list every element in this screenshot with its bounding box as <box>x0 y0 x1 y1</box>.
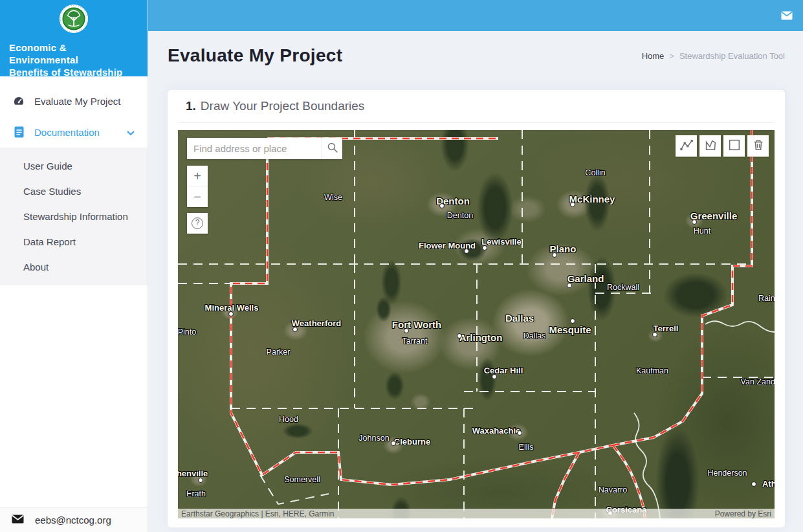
step-header: 1.Draw Your Project Boundaries <box>178 90 775 123</box>
main-area: Evaluate My Project Home > Stewardship E… <box>148 0 803 532</box>
document-icon <box>13 126 25 138</box>
help-button[interactable]: ? <box>187 213 208 234</box>
draw-rectangle-button[interactable] <box>723 135 745 157</box>
trash-icon <box>751 138 765 154</box>
sidebar: Economic & Environmental Benefits of Ste… <box>0 0 148 532</box>
draw-polygon-button[interactable] <box>699 135 721 157</box>
step-number: 1. <box>186 99 196 113</box>
draw-toolbar <box>676 135 769 157</box>
brand-title: Economic & Environmental Benefits of Ste… <box>9 41 138 78</box>
search-input[interactable] <box>187 138 322 159</box>
contact-email-link[interactable]: eebs@nctcog.org <box>35 515 111 526</box>
search-button[interactable] <box>322 138 342 159</box>
map-search <box>187 138 342 159</box>
sidebar-item-case-studies[interactable]: Case Studies <box>0 179 148 204</box>
breadcrumb-home-link[interactable]: Home <box>642 51 665 61</box>
step-title: Draw Your Project Boundaries <box>201 99 364 113</box>
sidebar-item-documentation[interactable]: Documentation <box>0 116 148 148</box>
envelope-icon <box>12 515 24 526</box>
attribution-powered-by: Powered by Esri <box>715 509 771 518</box>
documentation-submenu: User Guide Case Studies Stewardship Info… <box>0 148 148 285</box>
sidebar-item-evaluate-my-project[interactable]: Evaluate My Project <box>0 85 148 116</box>
draw-polyline-button[interactable] <box>676 135 697 157</box>
rectangle-icon <box>727 138 742 154</box>
zoom-in-button[interactable]: + <box>187 166 208 186</box>
sidebar-item-user-guide[interactable]: User Guide <box>0 153 148 179</box>
gauge-icon <box>13 95 25 107</box>
breadcrumb-separator: > <box>669 51 674 61</box>
sidebar-item-about[interactable]: About <box>0 254 148 280</box>
page-title: Evaluate My Project <box>168 45 342 66</box>
map-attribution: Earthstar Geographics | Esri, HERE, Garm… <box>178 509 775 518</box>
app-window: Economic & Environmental Benefits of Ste… <box>0 0 803 532</box>
attribution-sources: Earthstar Geographics | Esri, HERE, Garm… <box>181 509 335 518</box>
sidebar-nav: Evaluate My Project Documentation User G… <box>0 76 148 285</box>
sidebar-item-label: Evaluate My Project <box>34 96 120 107</box>
tree-logo-icon <box>59 4 89 34</box>
draw-boundaries-card: 1.Draw Your Project Boundaries <box>168 90 785 527</box>
breadcrumb: Home > Stewardship Evaluation Tool <box>642 51 785 61</box>
zoom-control: + − <box>187 166 208 207</box>
page-content: Evaluate My Project Home > Stewardship E… <box>148 31 803 527</box>
sidebar-item-label: Documentation <box>34 127 100 138</box>
delete-drawing-button[interactable] <box>747 135 769 157</box>
breadcrumb-current: Stewardship Evaluation Tool <box>679 51 785 61</box>
zoom-out-button[interactable]: − <box>187 186 208 207</box>
sidebar-item-stewardship-information[interactable]: Stewardship Information <box>0 204 148 229</box>
satellite-imagery <box>178 130 775 518</box>
magnifier-icon <box>327 142 338 155</box>
brand[interactable]: Economic & Environmental Benefits of Ste… <box>0 0 148 76</box>
mail-icon[interactable] <box>781 11 793 20</box>
chevron-down-icon <box>127 127 135 138</box>
polyline-icon <box>679 138 694 154</box>
polygon-icon <box>703 138 718 154</box>
map-canvas[interactable]: DentonMcKinneyGreenvillePlanoGarlandDall… <box>178 130 775 518</box>
sidebar-item-data-report[interactable]: Data Report <box>0 229 148 254</box>
topbar <box>148 0 803 31</box>
question-icon: ? <box>192 217 203 229</box>
sidebar-footer: eebs@nctcog.org <box>0 507 148 532</box>
